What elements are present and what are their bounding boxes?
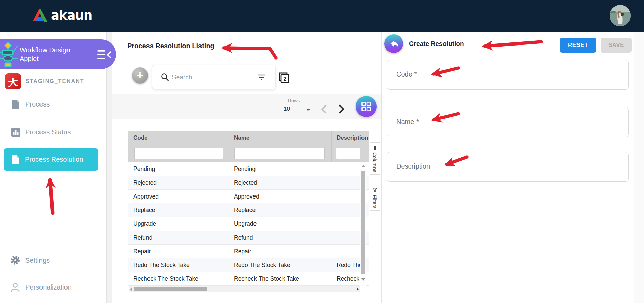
back-button[interactable] xyxy=(384,34,403,53)
cell-name: Recheck The Stock Take xyxy=(234,272,329,285)
gear-icon xyxy=(10,255,20,265)
horizontal-scrollbar-thumb[interactable] xyxy=(134,287,207,291)
applet-title: Workflow Design Applet xyxy=(20,46,87,63)
table-row[interactable]: Upgrade Upgrade xyxy=(128,217,369,231)
table-row[interactable]: Recheck The Stock Take Recheck The Stock… xyxy=(128,272,369,286)
next-page-icon[interactable] xyxy=(338,104,345,114)
search-icon xyxy=(161,73,169,81)
tab-filters[interactable]: Filters xyxy=(370,184,380,211)
svg-text:2: 2 xyxy=(284,76,287,82)
cell-code: Pending xyxy=(133,162,225,176)
previous-page-icon[interactable] xyxy=(320,104,328,114)
add-record-button[interactable]: + xyxy=(132,67,148,84)
cell-description xyxy=(337,176,360,189)
code-field-label: Code * xyxy=(396,70,417,78)
sidebar-applet-header[interactable]: Workflow Design Applet xyxy=(0,39,116,69)
name-field[interactable]: Name * xyxy=(387,108,629,137)
sidebar-item-personalization[interactable]: Personalization xyxy=(0,280,107,295)
filter-input-description[interactable] xyxy=(336,148,360,159)
sidebar-item-process[interactable]: Process xyxy=(0,97,107,112)
table-row[interactable]: Approved Approved xyxy=(128,190,369,204)
page-title: Process Resolution Listing xyxy=(127,42,214,50)
listing-panel: Process Resolution Listing + 2 Rows 10 xyxy=(112,32,381,303)
description-field-label: Description xyxy=(396,162,430,170)
rows-per-page-value: 10 xyxy=(284,105,290,112)
app-window: akaun xyxy=(0,0,644,303)
cell-name: Refund xyxy=(234,231,329,244)
column-divider xyxy=(229,131,229,162)
sidebar-item-process-status[interactable]: Process Status xyxy=(0,125,107,140)
topbar: akaun xyxy=(0,0,644,32)
tenant-label[interactable]: STAGING_TENANT xyxy=(26,78,84,84)
workflow-applet-icon xyxy=(0,41,20,68)
vertical-scrollbar[interactable] xyxy=(360,162,366,286)
sidebar: Workflow Design Applet 大 STAGING_TENANT … xyxy=(0,32,107,303)
table-filter-row xyxy=(128,145,369,162)
window-scrollbar-track[interactable] xyxy=(634,32,644,303)
bar-chart-icon xyxy=(11,128,20,137)
cell-name: Repair xyxy=(234,245,329,258)
filter-list-icon[interactable] xyxy=(257,74,265,80)
column-header-description[interactable]: Description xyxy=(337,131,369,145)
tenant-logo-icon[interactable]: 大 xyxy=(5,73,21,89)
cell-description: Recheck The Stock Take xyxy=(337,272,360,285)
table-row[interactable]: Pending Pending xyxy=(128,162,369,176)
search-box xyxy=(152,65,276,89)
back-arrow-icon xyxy=(389,39,399,48)
filter-input-name[interactable] xyxy=(234,148,325,159)
column-header-code[interactable]: Code xyxy=(133,131,224,145)
search-input[interactable] xyxy=(172,71,249,83)
scroll-left-icon[interactable] xyxy=(130,287,132,291)
table-row[interactable]: Redo The Stock Take Redo The Stock Take … xyxy=(128,258,369,272)
cell-code: Refund xyxy=(133,231,225,244)
column-header-name[interactable]: Name xyxy=(234,131,328,145)
table-toolbar: Rows 10 xyxy=(112,94,381,119)
cell-code: Rejected xyxy=(133,176,225,189)
table-row[interactable]: Rejected Rejected xyxy=(128,176,369,190)
reset-button[interactable]: RESET xyxy=(560,38,596,53)
table-row[interactable]: Replace Replace xyxy=(128,203,369,217)
sidebar-item-process-resolution-active[interactable]: Process Resolution xyxy=(4,148,98,171)
cell-description: Redo The Stock Take xyxy=(337,258,360,272)
cell-name: Rejected xyxy=(234,176,329,189)
user-avatar[interactable] xyxy=(610,5,631,26)
scroll-down-icon[interactable] xyxy=(361,278,365,281)
form-title: Create Resolution xyxy=(409,40,464,48)
funnel-icon xyxy=(372,188,377,192)
sidebar-item-label: Process Status xyxy=(25,128,71,136)
horizontal-scrollbar[interactable] xyxy=(129,286,360,292)
description-field[interactable]: Description xyxy=(387,152,629,182)
tab-label: Columns xyxy=(372,152,378,172)
table-row[interactable]: Refund Refund xyxy=(128,231,369,245)
save-button[interactable]: SAVE xyxy=(601,38,632,53)
cell-name: Approved xyxy=(234,190,329,203)
cell-code: Redo The Stock Take xyxy=(133,258,225,272)
grid-icon xyxy=(361,102,371,111)
vertical-scrollbar-thumb[interactable] xyxy=(361,171,365,274)
tab-columns[interactable]: Columns xyxy=(370,142,380,175)
table-row[interactable]: Repair Repair xyxy=(128,245,369,259)
cell-description xyxy=(337,190,360,203)
columns-icon xyxy=(373,146,377,150)
cell-name: Upgrade xyxy=(234,217,329,231)
code-field[interactable]: Code * xyxy=(387,60,629,90)
cell-description xyxy=(337,162,360,176)
akaun-triangle-logo-icon xyxy=(32,8,48,23)
scroll-up-icon[interactable] xyxy=(361,165,365,167)
filter-input-code[interactable] xyxy=(134,148,223,159)
duplicate-pages-icon[interactable]: 2 xyxy=(277,71,290,84)
collapse-menu-icon[interactable] xyxy=(97,50,111,60)
grid-view-button[interactable] xyxy=(356,96,377,117)
sidebar-item-label: Personalization xyxy=(25,283,72,291)
rows-per-page-select[interactable]: 10 xyxy=(283,104,313,115)
brand-logo: akaun xyxy=(32,8,92,23)
resolution-table: Code Name Description Pending Pending Re… xyxy=(128,131,369,292)
cell-code: Replace xyxy=(133,203,225,217)
sidebar-item-settings[interactable]: Settings xyxy=(0,253,107,268)
table-header-row: Code Name Description xyxy=(128,131,369,145)
cell-name: Redo The Stock Take xyxy=(234,258,329,272)
create-resolution-panel: Create Resolution RESET SAVE Code * Name… xyxy=(381,32,634,303)
cell-code: Upgrade xyxy=(133,217,225,231)
cell-description xyxy=(337,231,360,244)
scroll-right-icon[interactable] xyxy=(357,287,359,291)
